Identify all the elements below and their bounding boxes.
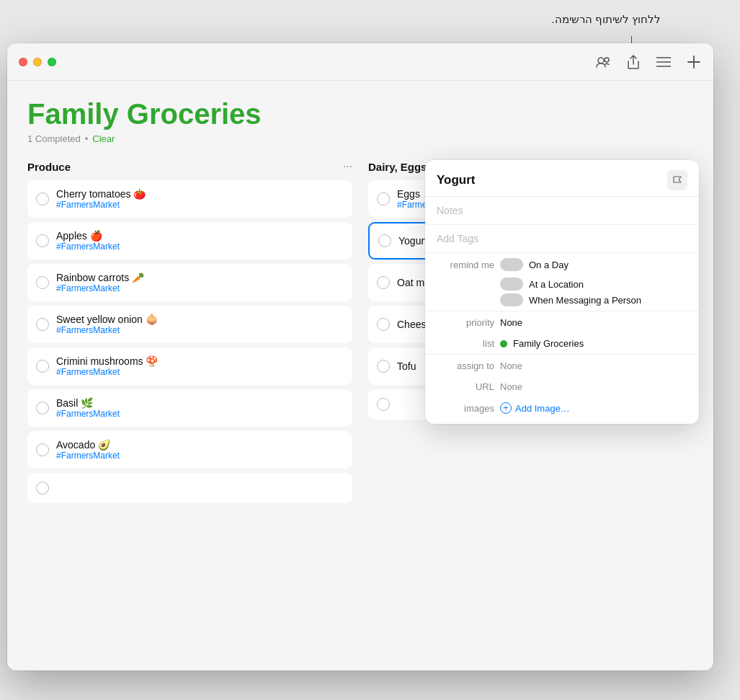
item-checkbox[interactable] (36, 402, 49, 415)
messaging-value: When Messaging a Person (529, 295, 641, 306)
item-tag: #FarmersMarket (56, 242, 120, 252)
annotation-top: ללחוץ לשיתוף הרשימה. (551, 13, 661, 26)
item-name: Yogurt (398, 235, 427, 247)
assign-to-value[interactable]: None (500, 360, 522, 371)
remind-me-label: remind me (437, 260, 494, 270)
svg-point-1 (605, 58, 609, 62)
priority-label: priority (437, 317, 494, 328)
item-name: Basil 🌿 (56, 397, 120, 409)
completed-count: 1 Completed (27, 133, 81, 144)
remind-me-row: remind me On a Day (425, 253, 699, 276)
item-tag: #FarmersMarket (56, 367, 158, 377)
completed-bar: 1 Completed • Clear (27, 133, 693, 144)
close-button[interactable] (19, 58, 27, 66)
notes-section[interactable]: Notes (425, 197, 699, 225)
collaboration-icon[interactable] (595, 54, 611, 70)
list-item[interactable]: Rainbow carrots 🥕 #FarmersMarket (27, 264, 352, 301)
item-tag: #FarmersMarket (56, 325, 158, 335)
images-label: images (437, 403, 494, 414)
list-view-icon[interactable] (656, 54, 672, 70)
item-checkbox[interactable] (377, 318, 390, 331)
add-item-icon[interactable] (686, 54, 702, 70)
item-tag: #FarmersMarket (56, 283, 144, 293)
at-location-row: At a Location (425, 276, 699, 292)
detail-header: Yogurt (425, 160, 699, 197)
on-a-day-toggle[interactable] (500, 258, 523, 271)
list-item[interactable]: Avocado 🥑 #FarmersMarket (27, 431, 352, 469)
on-a-day-value: On a Day (529, 260, 569, 270)
titlebar (7, 43, 713, 81)
toolbar-buttons (595, 54, 702, 70)
clear-button[interactable]: Clear (92, 133, 115, 144)
item-checkbox[interactable] (36, 318, 49, 331)
item-name: Tofu (397, 360, 416, 372)
url-row: URL None (425, 376, 699, 397)
item-name: Apples 🍎 (56, 230, 120, 242)
list-item[interactable]: Apples 🍎 #FarmersMarket (27, 222, 352, 260)
item-checkbox[interactable] (377, 192, 390, 205)
list-item[interactable]: Basil 🌿 #FarmersMarket (27, 389, 352, 427)
tags-section[interactable]: Add Tags (425, 225, 699, 253)
url-value[interactable]: None (500, 381, 522, 392)
item-text-group: Basil 🌿 #FarmersMarket (56, 397, 120, 419)
new-item-placeholder[interactable] (27, 473, 352, 503)
completed-separator: • (85, 133, 89, 144)
item-name: Crimini mushrooms 🍄 (56, 355, 158, 367)
url-label: URL (437, 381, 494, 392)
messaging-toggle[interactable] (500, 293, 523, 306)
item-checkbox[interactable] (36, 482, 49, 495)
assign-to-row: assign to None (425, 354, 699, 376)
item-checkbox[interactable] (36, 360, 49, 373)
item-checkbox[interactable] (36, 192, 49, 205)
list-item[interactable]: Cherry tomatoes 🍅 #FarmersMarket (27, 180, 352, 218)
item-checkbox[interactable] (377, 276, 390, 289)
item-checkbox[interactable] (377, 398, 390, 411)
item-name: Sweet yellow onion 🧅 (56, 314, 158, 325)
main-content: Family Groceries 1 Completed • Clear Pro… (7, 81, 713, 525)
add-image-button[interactable]: + Add Image… (500, 402, 570, 414)
app-window: Family Groceries 1 Completed • Clear Pro… (7, 43, 713, 670)
item-text-group: Crimini mushrooms 🍄 #FarmersMarket (56, 355, 158, 377)
traffic-lights (19, 58, 56, 66)
item-checkbox[interactable] (377, 360, 390, 373)
notes-placeholder: Notes (437, 205, 463, 216)
item-text-group: Avocado 🥑 #FarmersMarket (56, 439, 120, 461)
priority-row: priority None (425, 311, 699, 333)
item-text-group: Cherry tomatoes 🍅 #FarmersMarket (56, 188, 146, 210)
item-checkbox[interactable] (36, 443, 49, 456)
minimize-button[interactable] (33, 58, 42, 66)
flag-button[interactable] (667, 170, 687, 190)
at-location-toggle[interactable] (500, 278, 523, 291)
produce-column-header: Produce ··· (27, 160, 352, 173)
item-checkbox[interactable] (36, 276, 49, 289)
item-tag: #FarmersMarket (56, 409, 120, 419)
item-checkbox[interactable] (36, 234, 49, 247)
list-color-dot (500, 340, 507, 347)
produce-menu-icon[interactable]: ··· (343, 160, 352, 173)
item-text-group: Tofu (397, 360, 416, 372)
item-name: Avocado 🥑 (56, 439, 120, 451)
item-text-group: Sweet yellow onion 🧅 #FarmersMarket (56, 314, 158, 335)
add-image-label: Add Image… (515, 403, 570, 414)
produce-column: Produce ··· Cherry tomatoes 🍅 #FarmersMa… (27, 160, 352, 508)
add-tags-placeholder: Add Tags (437, 233, 478, 244)
item-name: Rainbow carrots 🥕 (56, 272, 144, 283)
images-row: images + Add Image… (425, 397, 699, 424)
list-item[interactable]: Crimini mushrooms 🍄 #FarmersMarket (27, 347, 352, 385)
list-title: Family Groceries (27, 98, 693, 130)
item-tag: #FarmersMarket (56, 200, 146, 210)
priority-value[interactable]: None (500, 317, 522, 328)
detail-item-title: Yogurt (437, 173, 476, 187)
fullscreen-button[interactable] (48, 58, 56, 66)
item-checkbox[interactable] (378, 234, 391, 247)
list-item[interactable]: Sweet yellow onion 🧅 #FarmersMarket (27, 306, 352, 343)
messaging-row: When Messaging a Person (425, 292, 699, 311)
at-location-value: At a Location (529, 279, 584, 290)
assign-to-label: assign to (437, 360, 494, 371)
list-value[interactable]: Family Groceries (513, 338, 584, 349)
share-icon[interactable] (625, 54, 641, 70)
add-image-icon: + (500, 402, 512, 414)
item-text-group: Yogurt (398, 235, 427, 247)
detail-panel: Yogurt Notes Add Tags remind me On a Day (425, 160, 699, 424)
item-name: Cherry tomatoes 🍅 (56, 188, 146, 200)
